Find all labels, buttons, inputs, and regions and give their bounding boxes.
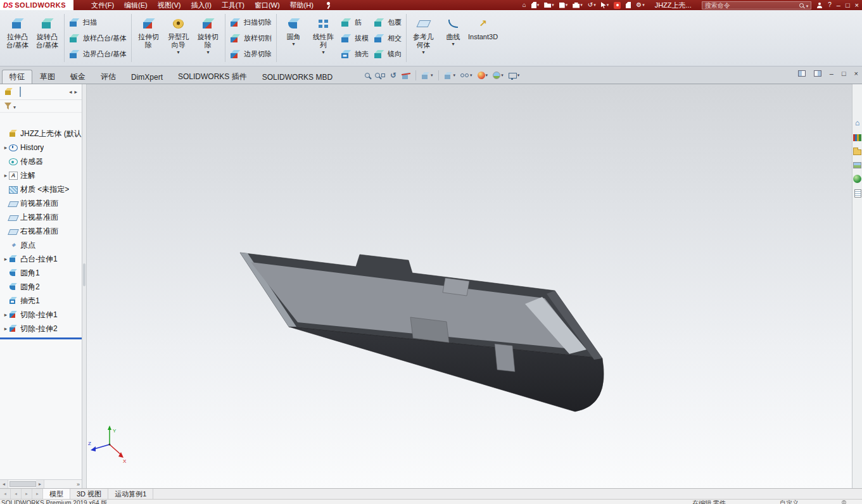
boundary-cut-button[interactable]: 边界切除	[230, 47, 272, 61]
custom-properties-icon[interactable]	[854, 189, 861, 198]
doc-close-icon[interactable]: ×	[854, 70, 858, 77]
panel-tab-left-icon[interactable]: ◂	[69, 89, 72, 95]
tree-item-origin[interactable]: ⌖原点	[0, 238, 82, 252]
scroll-right-icon[interactable]: ▸	[36, 480, 44, 488]
select-cursor-icon[interactable]	[601, 2, 609, 8]
hide-show-items-icon[interactable]	[460, 73, 472, 78]
tab-motion-study[interactable]: 运动算例1	[108, 489, 153, 499]
edit-appearance-icon[interactable]	[478, 72, 488, 79]
doc-minimize-icon[interactable]: –	[830, 70, 833, 77]
tree-item-fillet2[interactable]: 圆角2	[0, 280, 82, 294]
section-view-icon[interactable]	[402, 72, 410, 80]
open-icon[interactable]	[544, 3, 554, 8]
sheet-icon[interactable]	[626, 2, 631, 8]
search-box[interactable]	[702, 1, 812, 9]
tab-evaluate[interactable]: 评估	[93, 70, 124, 84]
panel-splitter[interactable]	[82, 84, 87, 488]
split-pane-left-icon[interactable]	[798, 70, 806, 77]
draft-button[interactable]: 拔模	[341, 31, 369, 45]
tree-item-sensors[interactable]: 传感器	[0, 154, 82, 168]
menu-view[interactable]: 视图(V)	[153, 0, 186, 10]
tab-sketch[interactable]: 草图	[32, 70, 63, 84]
resources-icon[interactable]: ⌂	[853, 119, 861, 127]
view-palette-icon[interactable]	[853, 162, 861, 168]
search-input[interactable]	[705, 2, 797, 9]
panel-tab-right-icon[interactable]: ▸	[74, 89, 77, 95]
mirror-button[interactable]: 镜向	[374, 47, 402, 61]
help-icon[interactable]: ?	[828, 0, 832, 10]
pin-menu-icon[interactable]	[325, 2, 331, 9]
tree-item-fillet1[interactable]: 圆角1	[0, 266, 82, 280]
tree-item-history[interactable]: History	[0, 141, 82, 154]
hole-wizard-button[interactable]: 异型孔 向导	[163, 11, 193, 65]
tree-item-boss-extrude1[interactable]: 凸台-拉伸1	[0, 252, 82, 266]
tab-dimxpert[interactable]: DimXpert	[124, 70, 170, 84]
intersect-button[interactable]: 相交	[374, 31, 402, 45]
display-style-icon[interactable]	[444, 72, 456, 80]
design-library-icon[interactable]	[853, 134, 861, 141]
menu-tools[interactable]: 工具(T)	[217, 0, 250, 10]
tab-scroll-prev-icon[interactable]	[11, 489, 22, 499]
scroll-thumb[interactable]	[10, 481, 36, 487]
instant3d-button[interactable]: ↗ Instant3D	[468, 11, 498, 65]
doc-restore-icon[interactable]: □	[842, 70, 846, 77]
filter-funnel-icon[interactable]	[4, 103, 11, 110]
menu-help[interactable]: 帮助(H)	[285, 0, 319, 10]
tree-item-annotations[interactable]: A注解	[0, 168, 82, 182]
tab-sheet-metal[interactable]: 钣金	[63, 70, 93, 84]
expand-arrow[interactable]	[3, 172, 9, 179]
menu-insert[interactable]: 插入(I)	[186, 0, 216, 10]
rib-button[interactable]: 筋	[341, 15, 369, 29]
tree-item-right-plane[interactable]: 右视基准面	[0, 224, 82, 238]
tab-scroll-next-icon[interactable]	[22, 489, 32, 499]
globe-icon[interactable]	[842, 500, 846, 504]
fillet-button[interactable]: 圆角	[279, 11, 308, 65]
menu-edit[interactable]: 编辑(E)	[119, 0, 153, 10]
rollback-bar[interactable]	[0, 337, 82, 339]
tree-item-shell1[interactable]: 抽壳1	[0, 294, 82, 308]
view-settings-icon[interactable]	[509, 73, 520, 79]
split-pane-right-icon[interactable]	[814, 70, 821, 77]
featuremanager-tab[interactable]	[4, 87, 7, 96]
tree-item-cut-extrude1[interactable]: 切除-拉伸1	[0, 308, 82, 322]
user-account-icon[interactable]	[816, 3, 823, 8]
tab-scroll-first-icon[interactable]	[0, 489, 11, 499]
previous-view-icon[interactable]: ↺	[390, 71, 396, 80]
revolved-cut-button[interactable]: 旋转切 除	[193, 11, 223, 65]
panel-horizontal-scrollbar[interactable]: ◂ ▸ »	[0, 479, 82, 488]
new-document-icon[interactable]	[531, 2, 540, 8]
graphics-viewport[interactable]: Y X Z	[87, 84, 852, 488]
apply-scene-icon[interactable]	[493, 72, 504, 79]
menu-file[interactable]: 文件(F)	[86, 0, 119, 10]
linear-pattern-button[interactable]: 线性阵 列	[308, 11, 338, 65]
revolved-boss-button[interactable]: 旋转凸 台/基体	[32, 11, 62, 65]
zoom-area-icon[interactable]	[375, 73, 385, 78]
search-magnifier-icon[interactable]	[799, 3, 804, 8]
view-orientation-icon[interactable]	[421, 72, 433, 80]
swept-cut-button[interactable]: 扫描切除	[230, 15, 272, 29]
tab-mbd[interactable]: SOLIDWORKS MBD	[255, 70, 340, 84]
extruded-cut-button[interactable]: 拉伸切 除	[134, 11, 163, 65]
tab-model[interactable]: 模型	[43, 489, 70, 499]
curves-button[interactable]: 曲线	[438, 11, 468, 65]
tree-item-material[interactable]: 材质 <未指定>	[0, 182, 82, 196]
wrap-button[interactable]: 包覆	[374, 15, 402, 29]
tab-features[interactable]: 特征	[2, 70, 32, 84]
print-icon[interactable]	[573, 3, 583, 8]
undo-icon[interactable]: ↺	[588, 0, 596, 10]
shell-button[interactable]: 抽壳	[341, 47, 369, 61]
viewport-canvas[interactable]: Y X Z	[87, 84, 852, 488]
close-icon[interactable]: ×	[855, 0, 859, 10]
reference-geometry-button[interactable]: 参考几 何体	[409, 11, 438, 65]
search-dropdown-icon[interactable]	[806, 1, 809, 9]
menu-window[interactable]: 窗口(W)	[250, 0, 285, 10]
lofted-cut-button[interactable]: 放样切割	[230, 31, 272, 45]
tab-3d-views[interactable]: 3D 视图	[70, 489, 108, 499]
save-icon[interactable]	[559, 3, 568, 8]
tree-item-front-plane[interactable]: 前视基准面	[0, 196, 82, 210]
minimize-icon[interactable]: –	[837, 0, 840, 10]
boundary-boss-button[interactable]: 边界凸台/基体	[69, 47, 127, 61]
tree-item-cut-extrude2[interactable]: 切除-拉伸2	[0, 322, 82, 336]
expand-arrow[interactable]	[3, 325, 9, 332]
panel-overflow-icon[interactable]: »	[77, 481, 82, 488]
